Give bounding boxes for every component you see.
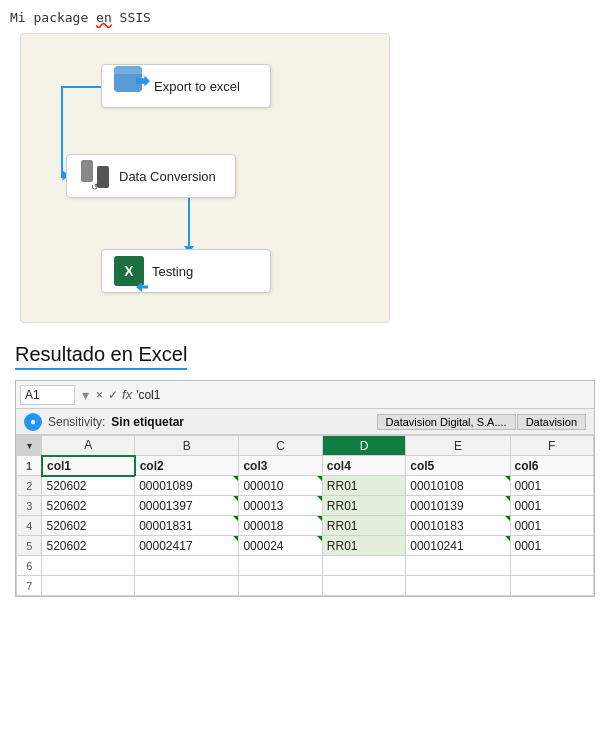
corner-cell: ▾ xyxy=(17,436,42,456)
cell-a5[interactable]: 520602 xyxy=(42,536,135,556)
cell-b7[interactable] xyxy=(135,576,239,596)
cell-d1[interactable]: col4 xyxy=(322,456,405,476)
row-num-1: 1 xyxy=(17,456,42,476)
cell-a2[interactable]: 520602 xyxy=(42,476,135,496)
cell-c3[interactable]: 000013 xyxy=(239,496,322,516)
row-num-2: 2 xyxy=(17,476,42,496)
cell-c2[interactable]: 000010 xyxy=(239,476,322,496)
table-row: 5 520602 00002417 000024 RR01 00010241 0… xyxy=(17,536,594,556)
excel-ui: A1 ▾ × ✓ fx 'col1 ● Sensitivity: Sin eti… xyxy=(15,380,595,597)
export-icon xyxy=(114,70,146,102)
resultado-text: Resultado en Excel xyxy=(15,343,187,365)
fx-label: fx xyxy=(122,387,132,402)
cell-f4[interactable]: 0001 xyxy=(510,516,593,536)
conversion-icon: ↺ xyxy=(79,160,111,192)
cell-b2[interactable]: 00001089 xyxy=(135,476,239,496)
table-row: 2 520602 00001089 000010 RR01 00010108 0… xyxy=(17,476,594,496)
cell-f6[interactable] xyxy=(510,556,593,576)
cell-f7[interactable] xyxy=(510,576,593,596)
cell-f3[interactable]: 0001 xyxy=(510,496,593,516)
cell-c4[interactable]: 000018 xyxy=(239,516,322,536)
cell-d3[interactable]: RR01 xyxy=(322,496,405,516)
cell-d5[interactable]: RR01 xyxy=(322,536,405,556)
cell-b1[interactable]: col2 xyxy=(135,456,239,476)
node-export-label: Export to excel xyxy=(154,79,240,94)
cell-ref[interactable]: A1 xyxy=(20,385,75,405)
ssis-section: Mi package en SSIS Export to excel xyxy=(0,0,605,333)
cell-d6[interactable] xyxy=(322,556,405,576)
cancel-icon[interactable]: × xyxy=(96,388,103,402)
cell-d7[interactable] xyxy=(322,576,405,596)
row-num-3: 3 xyxy=(17,496,42,516)
cell-b4[interactable]: 00001831 xyxy=(135,516,239,536)
sensitivity-buttons: Datavision Digital, S.A.... Datavision xyxy=(377,414,586,430)
cell-a7[interactable] xyxy=(42,576,135,596)
ssis-title: Mi package en SSIS xyxy=(10,10,590,25)
cell-c5[interactable]: 000024 xyxy=(239,536,322,556)
row-num-7: 7 xyxy=(17,576,42,596)
spreadsheet: ▾ A B C D E F 1 col1 col2 col xyxy=(16,435,594,596)
cell-e1[interactable]: col5 xyxy=(406,456,510,476)
cell-d4[interactable]: RR01 xyxy=(322,516,405,536)
col-header-d[interactable]: D xyxy=(322,436,405,456)
cell-b3[interactable]: 00001397 xyxy=(135,496,239,516)
cell-e5[interactable]: 00010241 xyxy=(406,536,510,556)
table-row: 7 xyxy=(17,576,594,596)
row-num-6: 6 xyxy=(17,556,42,576)
table-row: 1 col1 col2 col3 col4 col5 col6 xyxy=(17,456,594,476)
col-header-row: ▾ A B C D E F xyxy=(17,436,594,456)
cell-b6[interactable] xyxy=(135,556,239,576)
col-header-a[interactable]: A xyxy=(42,436,135,456)
node-conversion-label: Data Conversion xyxy=(119,169,216,184)
cell-f2[interactable]: 0001 xyxy=(510,476,593,496)
node-export: Export to excel xyxy=(101,64,271,108)
cell-c7[interactable] xyxy=(239,576,322,596)
node-testing-label: Testing xyxy=(152,264,193,279)
sensitivity-icon: ● xyxy=(24,413,42,431)
formula-bar: A1 ▾ × ✓ fx 'col1 xyxy=(16,381,594,409)
sensitivity-value: Sin etiquetar xyxy=(111,415,184,429)
confirm-icon[interactable]: ✓ xyxy=(108,388,118,402)
cell-c6[interactable] xyxy=(239,556,322,576)
connector-v1 xyxy=(61,86,63,176)
col-header-c[interactable]: C xyxy=(239,436,322,456)
cell-b5[interactable]: 00002417 xyxy=(135,536,239,556)
connector-v2 xyxy=(188,198,190,249)
cell-a3[interactable]: 520602 xyxy=(42,496,135,516)
cell-d2[interactable]: RR01 xyxy=(322,476,405,496)
cell-f1[interactable]: col6 xyxy=(510,456,593,476)
cell-c1[interactable]: col3 xyxy=(239,456,322,476)
sensitivity-bar: ● Sensitivity: Sin etiquetar Datavision … xyxy=(16,409,594,435)
table-row: 6 xyxy=(17,556,594,576)
row-num-5: 5 xyxy=(17,536,42,556)
sensitivity-btn1[interactable]: Datavision Digital, S.A.... xyxy=(377,414,516,430)
diagram-canvas: Export to excel ↺ Data Conversion X Test… xyxy=(20,33,390,323)
cell-a1[interactable]: col1 xyxy=(42,456,135,476)
node-conversion: ↺ Data Conversion xyxy=(66,154,236,198)
cell-f5[interactable]: 0001 xyxy=(510,536,593,556)
cell-a4[interactable]: 520602 xyxy=(42,516,135,536)
cell-e7[interactable] xyxy=(406,576,510,596)
cell-e4[interactable]: 00010183 xyxy=(406,516,510,536)
cell-a6[interactable] xyxy=(42,556,135,576)
cell-e6[interactable] xyxy=(406,556,510,576)
resultado-section: Resultado en Excel A1 ▾ × ✓ fx 'col1 ● S… xyxy=(0,333,605,607)
table-row: 3 520602 00001397 000013 RR01 00010139 0… xyxy=(17,496,594,516)
row-num-4: 4 xyxy=(17,516,42,536)
formula-icons: × ✓ xyxy=(96,388,118,402)
col-header-e[interactable]: E xyxy=(406,436,510,456)
node-testing: X Testing xyxy=(101,249,271,293)
formula-value: 'col1 xyxy=(136,388,590,402)
col-header-f[interactable]: F xyxy=(510,436,593,456)
sensitivity-btn2[interactable]: Datavision xyxy=(517,414,586,430)
table-row: 4 520602 00001831 000018 RR01 00010183 0… xyxy=(17,516,594,536)
formula-sep: ▾ xyxy=(79,387,92,403)
sensitivity-label: Sensitivity: xyxy=(48,415,105,429)
cell-e2[interactable]: 00010108 xyxy=(406,476,510,496)
excel-table: ▾ A B C D E F 1 col1 col2 col xyxy=(16,435,594,596)
resultado-title: Resultado en Excel xyxy=(15,343,187,370)
excel-icon: X xyxy=(114,256,144,286)
cell-e3[interactable]: 00010139 xyxy=(406,496,510,516)
col-header-b[interactable]: B xyxy=(135,436,239,456)
